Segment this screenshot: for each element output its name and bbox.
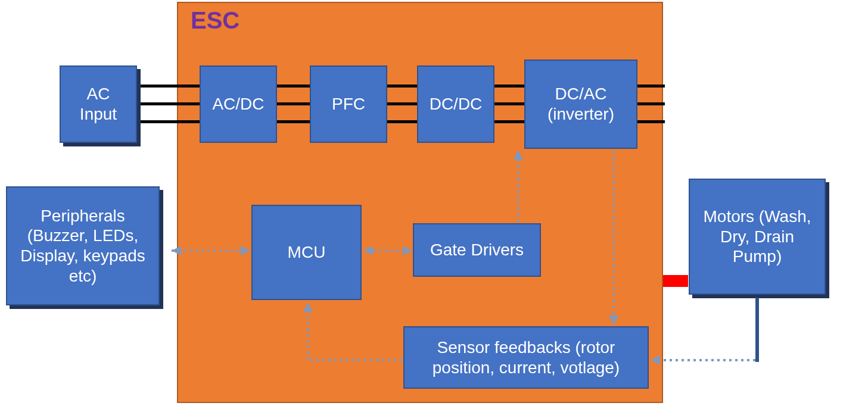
esc-label: ESC xyxy=(191,7,239,34)
mcu-block: MCU xyxy=(251,205,362,300)
red-connector xyxy=(663,275,688,287)
bus-line xyxy=(634,120,665,123)
bus-line xyxy=(634,85,665,88)
bus-line xyxy=(634,102,665,105)
peripherals-block: Peripherals (Buzzer, LEDs, Display, keyp… xyxy=(6,186,160,305)
dcdc-block: DC/DC xyxy=(417,65,494,143)
bus-line xyxy=(138,85,204,88)
bus-line xyxy=(274,85,315,88)
pfc-block: PFC xyxy=(310,65,387,143)
bus-line xyxy=(274,102,315,105)
acdc-block: AC/DC xyxy=(200,65,277,143)
motor-line xyxy=(755,298,759,362)
gate-drivers-block: Gate Drivers xyxy=(413,223,541,277)
bus-line xyxy=(138,120,204,123)
bus-line xyxy=(274,120,315,123)
ac-input-block: AC Input xyxy=(60,65,137,143)
dcac-block: DC/AC (inverter) xyxy=(524,60,637,149)
motors-block: Motors (Wash, Dry, Drain Pump) xyxy=(689,179,826,295)
bus-line xyxy=(138,102,204,105)
sensor-feedbacks-block: Sensor feedbacks (rotor position, curren… xyxy=(403,326,649,389)
